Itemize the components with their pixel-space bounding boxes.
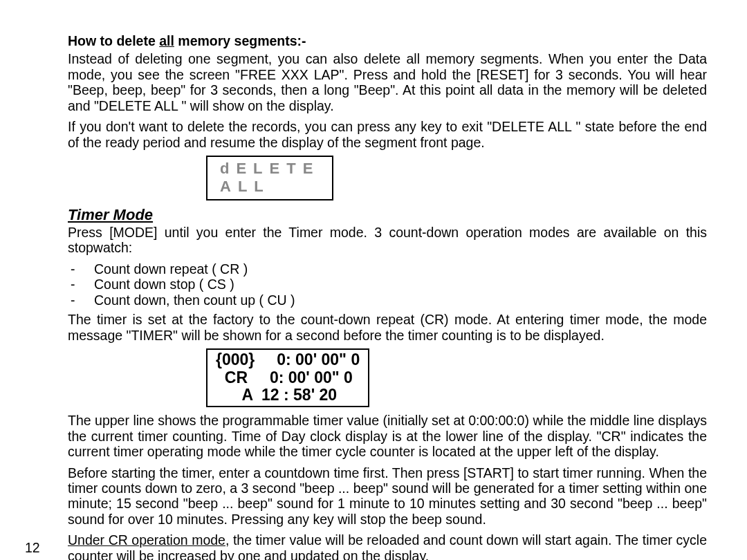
list-item: -Count down, then count up ( CU ): [68, 292, 707, 308]
page-number: 12: [25, 540, 40, 555]
lcd-display-delete: dELETE ALL: [206, 156, 333, 200]
bullet-dash: -: [68, 277, 94, 292]
timer-modes-list: -Count down repeat ( CR ) -Count down st…: [68, 261, 707, 308]
paragraph-timer-beep: Before starting the timer, enter a count…: [68, 465, 707, 528]
bullet-dash: -: [68, 292, 94, 308]
heading-text-post: memory segments:-: [174, 33, 306, 48]
paragraph-delete-instructions: Instead of deleting one segment, you can…: [68, 51, 707, 113]
paragraph-delete-cancel: If you don't want to delete the records,…: [68, 119, 707, 150]
paragraph-timer-factory: The timer is set at the factory to the c…: [68, 312, 707, 343]
display-delete-wrap: dELETE ALL: [206, 156, 707, 200]
lcd-line-2: CR 0: 00' 00" 0: [216, 369, 360, 387]
display-timer-wrap: {000} 0: 00' 00" 0 CR 0: 00' 00" 0 A 12 …: [206, 348, 707, 407]
list-item-label: Count down stop ( CS ): [94, 277, 234, 292]
lcd-line-3: A 12 : 58' 20: [216, 386, 360, 404]
bullet-dash: -: [68, 261, 94, 277]
list-item-label: Count down, then count up ( CU ): [94, 292, 295, 308]
cr-mode-underline: Under CR operation mode: [68, 532, 225, 548]
lcd-line-2: ALL: [220, 178, 320, 196]
lcd-display-timer: {000} 0: 00' 00" 0 CR 0: 00' 00" 0 A 12 …: [206, 348, 369, 407]
lcd-line-1: {000} 0: 00' 00" 0: [216, 351, 360, 369]
heading-timer-mode: Timer Mode: [68, 206, 707, 223]
heading-text-pre: How to delete: [68, 33, 159, 48]
list-item-label: Count down repeat ( CR ): [94, 261, 248, 277]
lcd-line-1: dELETE: [220, 160, 320, 178]
heading-text-underline: all: [159, 33, 174, 48]
manual-page: How to delete all memory segments:- Inst…: [0, 0, 747, 560]
list-item: -Count down repeat ( CR ): [68, 261, 707, 277]
paragraph-timer-intro: Press [MODE] until you enter the Timer m…: [68, 225, 707, 256]
heading-delete-all: How to delete all memory segments:-: [68, 33, 707, 48]
list-item: -Count down stop ( CS ): [68, 277, 707, 292]
paragraph-cr-mode: Under CR operation mode, the timer value…: [68, 532, 707, 560]
paragraph-timer-display-explain: The upper line shows the programmable ti…: [68, 413, 707, 459]
